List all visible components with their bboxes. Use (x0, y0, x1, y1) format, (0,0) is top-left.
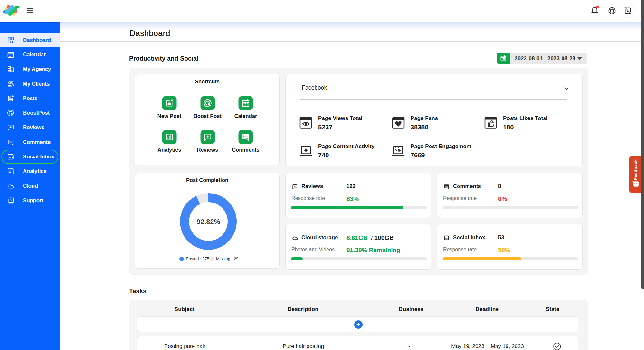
svg-text:?: ? (10, 198, 12, 202)
svg-text:92.82%: 92.82% (197, 218, 220, 226)
